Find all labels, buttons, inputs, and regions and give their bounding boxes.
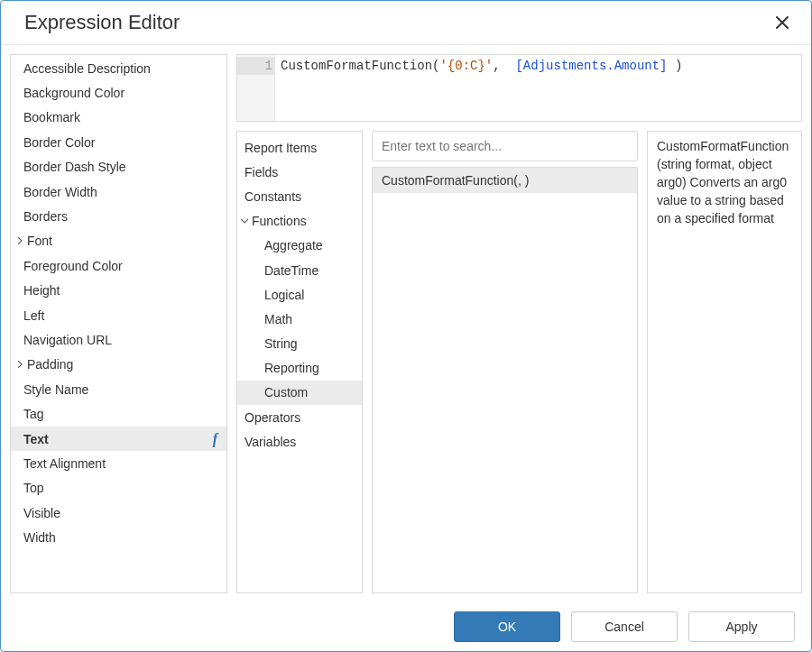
category-label: Fields bbox=[245, 165, 278, 179]
token-sep: , bbox=[493, 59, 515, 73]
category-item[interactable]: Report Items bbox=[237, 135, 362, 160]
property-label: Font bbox=[27, 234, 52, 248]
property-item[interactable]: Border Width bbox=[11, 179, 226, 204]
property-item[interactable]: Borders bbox=[11, 204, 226, 228]
property-item[interactable]: Border Color bbox=[11, 130, 226, 154]
property-label: Visible bbox=[23, 506, 60, 520]
right-column: 1 CustomFormatFunction('{0:C}', [Adjustm… bbox=[236, 54, 802, 593]
category-item[interactable]: Fields bbox=[237, 160, 362, 184]
property-item[interactable]: Background Color bbox=[11, 80, 226, 105]
titlebar: Expression Editor bbox=[1, 1, 811, 45]
ok-button[interactable]: OK bbox=[454, 611, 560, 642]
category-label: Variables bbox=[245, 435, 296, 449]
chevron-right-icon bbox=[14, 235, 25, 246]
property-item[interactable]: Width bbox=[11, 525, 226, 549]
category-label: Report Items bbox=[245, 141, 317, 155]
line-number: 1 bbox=[237, 57, 274, 75]
function-list[interactable]: CustomFormatFunction(, ) bbox=[372, 167, 638, 593]
property-label: Borders bbox=[23, 209, 68, 224]
property-item[interactable]: Navigation URL bbox=[11, 327, 226, 352]
property-item[interactable]: Top bbox=[11, 476, 226, 500]
category-item[interactable]: Logical bbox=[237, 282, 362, 307]
fx-icon: f bbox=[213, 431, 217, 447]
category-item[interactable]: Reporting bbox=[237, 356, 362, 381]
category-label: Operators bbox=[245, 410, 300, 425]
apply-button[interactable]: Apply bbox=[688, 611, 795, 642]
category-item[interactable]: Custom bbox=[237, 381, 362, 405]
search-input[interactable] bbox=[372, 131, 638, 161]
property-label: Foreground Color bbox=[23, 259, 123, 273]
property-label: Style Name bbox=[23, 382, 88, 397]
category-item[interactable]: Functions bbox=[237, 209, 362, 234]
category-label: Math bbox=[264, 312, 292, 326]
property-item[interactable]: Bookmark bbox=[11, 106, 226, 130]
property-label: Padding bbox=[27, 357, 73, 372]
token-string: '{0:C}' bbox=[439, 59, 493, 73]
property-label: Bookmark bbox=[23, 110, 80, 124]
property-label: Tag bbox=[23, 407, 44, 421]
expression-editor-dialog: Expression Editor Accessible Description… bbox=[0, 0, 812, 652]
category-label: Aggregate bbox=[264, 238, 323, 253]
property-item[interactable]: Height bbox=[11, 279, 226, 303]
property-item[interactable]: Padding bbox=[11, 353, 226, 377]
category-item[interactable]: Aggregate bbox=[237, 234, 362, 258]
property-label: Text Alignment bbox=[23, 456, 106, 471]
dialog-footer: OK Cancel Apply bbox=[1, 602, 811, 651]
property-item[interactable]: Style Name bbox=[11, 377, 226, 401]
property-label: Width bbox=[23, 530, 56, 545]
dialog-title: Expression Editor bbox=[24, 11, 180, 34]
function-panel: CustomFormatFunction(, ) bbox=[372, 131, 638, 593]
category-item[interactable]: Math bbox=[237, 307, 362, 331]
category-label: Constants bbox=[245, 189, 301, 204]
property-label: Background Color bbox=[23, 86, 125, 100]
property-item[interactable]: Visible bbox=[11, 500, 226, 525]
category-label: Functions bbox=[252, 214, 307, 228]
chevron-right-icon bbox=[14, 359, 25, 370]
property-item[interactable]: Tag bbox=[11, 401, 226, 426]
picker-row: Report ItemsFieldsConstantsFunctionsAggr… bbox=[236, 131, 802, 593]
category-item[interactable]: Operators bbox=[237, 405, 362, 429]
expression-editor[interactable]: 1 CustomFormatFunction('{0:C}', [Adjustm… bbox=[236, 54, 802, 122]
token-fn: CustomFormatFunction( bbox=[281, 59, 439, 73]
category-item[interactable]: Constants bbox=[237, 184, 362, 208]
property-item[interactable]: Textf bbox=[11, 427, 226, 451]
category-label: Logical bbox=[264, 288, 304, 302]
description-panel: CustomFormatFunction(string format, obje… bbox=[647, 131, 802, 593]
property-label: Left bbox=[23, 308, 44, 323]
category-label: Reporting bbox=[264, 361, 319, 375]
property-item[interactable]: Accessible Description bbox=[11, 56, 226, 80]
property-label: Border Dash Style bbox=[23, 160, 126, 174]
property-item[interactable]: Foreground Color bbox=[11, 253, 226, 278]
function-item[interactable]: CustomFormatFunction(, ) bbox=[373, 168, 637, 193]
property-label: Height bbox=[23, 283, 60, 298]
property-label: Top bbox=[23, 481, 44, 495]
property-label: Accessible Description bbox=[23, 61, 151, 76]
property-item[interactable]: Font bbox=[11, 229, 226, 253]
dialog-body: Accessible DescriptionBackground ColorBo… bbox=[1, 45, 811, 602]
close-icon[interactable] bbox=[770, 10, 795, 35]
property-list[interactable]: Accessible DescriptionBackground ColorBo… bbox=[10, 54, 227, 593]
property-item[interactable]: Text Alignment bbox=[11, 451, 226, 475]
property-label: Border Width bbox=[23, 185, 97, 199]
property-label: Text bbox=[23, 432, 49, 446]
property-item[interactable]: Left bbox=[11, 303, 226, 327]
token-field: [Adjustments.Amount] bbox=[515, 59, 667, 73]
line-gutter: 1 bbox=[237, 55, 275, 121]
category-label: Custom bbox=[264, 385, 308, 399]
category-item[interactable]: String bbox=[237, 332, 362, 356]
category-item[interactable]: DateTime bbox=[237, 258, 362, 282]
property-label: Border Color bbox=[23, 135, 95, 150]
cancel-button[interactable]: Cancel bbox=[571, 611, 678, 642]
property-label: Navigation URL bbox=[23, 333, 112, 347]
property-item[interactable]: Border Dash Style bbox=[11, 155, 226, 179]
category-label: DateTime bbox=[264, 263, 318, 278]
category-item[interactable]: Variables bbox=[237, 429, 362, 454]
chevron-down-icon bbox=[239, 216, 250, 226]
category-panel[interactable]: Report ItemsFieldsConstantsFunctionsAggr… bbox=[236, 131, 363, 593]
expression-code[interactable]: CustomFormatFunction('{0:C}', [Adjustmen… bbox=[275, 55, 801, 121]
category-label: String bbox=[264, 336, 298, 351]
token-close: ) bbox=[668, 59, 683, 73]
